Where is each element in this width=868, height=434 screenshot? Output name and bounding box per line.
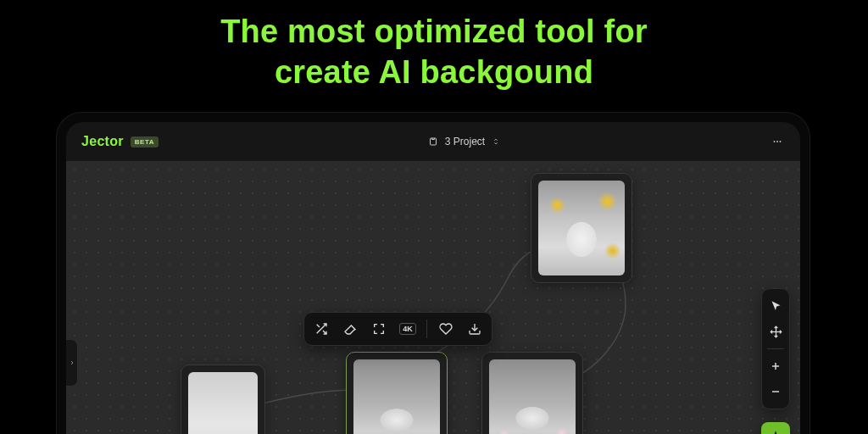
expand-button[interactable] — [365, 315, 392, 342]
svg-point-3 — [780, 141, 782, 142]
view-toolbar — [761, 288, 790, 409]
plus-icon — [770, 360, 782, 372]
svg-point-2 — [776, 141, 778, 142]
heart-icon — [439, 322, 453, 336]
pointer-icon — [770, 300, 782, 313]
canvas-node[interactable] — [481, 352, 583, 434]
more-menu[interactable] — [770, 136, 785, 147]
project-label: 3 Project — [445, 136, 485, 147]
toolbar-separator — [426, 320, 427, 338]
favorite-button[interactable] — [432, 315, 459, 342]
quality-4k-button[interactable]: 4K — [394, 315, 421, 342]
headline-line-2: create AI backgound — [0, 53, 868, 93]
minus-icon — [770, 386, 782, 398]
move-icon — [770, 326, 782, 338]
canvas-node-selected[interactable] — [346, 352, 448, 434]
node-thumbnail — [353, 359, 440, 434]
device-frame: Jector BETA 3 Project — [56, 112, 810, 434]
shuffle-icon — [314, 322, 328, 336]
top-bar: Jector BETA 3 Project — [66, 122, 800, 161]
project-selector[interactable]: 3 Project — [428, 136, 500, 147]
zoom-in-button[interactable] — [764, 354, 787, 378]
eraser-icon — [343, 322, 357, 336]
chevron-right-icon — [69, 358, 75, 368]
node-thumbnail — [489, 359, 576, 434]
toolbar-separator — [767, 348, 784, 349]
chevron-up-down-icon — [492, 136, 500, 147]
project-icon — [428, 136, 438, 147]
expand-icon — [372, 322, 386, 336]
beta-badge: BETA — [131, 136, 159, 147]
erase-button[interactable] — [337, 315, 364, 342]
download-icon — [468, 322, 481, 336]
canvas-node[interactable] — [181, 364, 265, 434]
left-drawer-handle[interactable] — [66, 339, 78, 387]
zoom-out-button[interactable] — [764, 380, 787, 403]
canvas[interactable]: 4K — [66, 161, 800, 434]
brand-name: Jector — [81, 134, 124, 149]
node-thumbnail — [538, 181, 625, 275]
move-tool-button[interactable] — [764, 320, 787, 343]
generate-button[interactable] — [761, 422, 790, 434]
node-thumbnail — [188, 372, 258, 434]
shuffle-button[interactable] — [308, 315, 335, 342]
app-screen: Jector BETA 3 Project — [66, 122, 800, 434]
headline: The most optimized tool for create AI ba… — [0, 12, 868, 92]
sparkle-icon — [769, 430, 782, 434]
brand: Jector BETA — [81, 134, 159, 149]
canvas-node[interactable] — [531, 173, 632, 283]
quality-4k-label: 4K — [399, 323, 416, 335]
download-button[interactable] — [461, 315, 488, 342]
pointer-tool-button[interactable] — [764, 294, 787, 318]
svg-point-1 — [774, 141, 776, 142]
node-action-toolbar: 4K — [303, 312, 492, 346]
headline-line-1: The most optimized tool for — [0, 12, 868, 53]
